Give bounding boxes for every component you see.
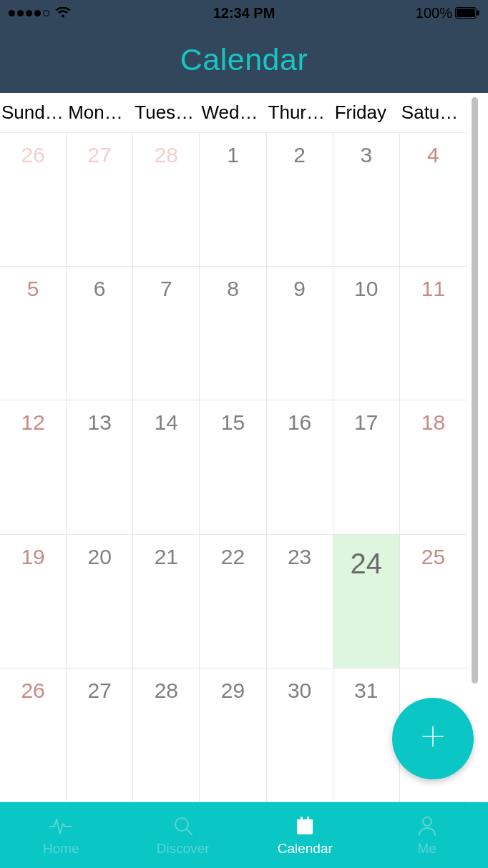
tab-calendar[interactable]: Calendar	[244, 802, 366, 868]
calendar-day[interactable]: 20	[67, 535, 133, 668]
calendar-day[interactable]: 31	[333, 669, 400, 802]
day-headers-row: Sund…Mon…Tues…Wed…Thur…FridaySatu…	[0, 93, 467, 133]
battery-icon	[455, 7, 479, 19]
status-time: 12:34 PM	[213, 5, 275, 21]
svg-rect-7	[307, 817, 309, 822]
svg-rect-5	[297, 819, 313, 824]
calendar-day[interactable]: 26	[0, 133, 67, 266]
tab-bar: HomeDiscoverCalendarMe	[0, 802, 488, 868]
activity-icon	[49, 814, 73, 838]
tab-home[interactable]: Home	[0, 802, 122, 868]
calendar-day[interactable]: 21	[133, 535, 200, 668]
calendar-day[interactable]: 19	[0, 535, 67, 668]
title-bar: Calendar	[0, 26, 488, 93]
calendar-day[interactable]: 26	[0, 669, 67, 802]
search-icon	[172, 814, 194, 838]
calendar-day[interactable]: 23	[267, 535, 333, 668]
calendar-day[interactable]: 4	[400, 133, 467, 266]
calendar-week-row: 567891011	[0, 267, 467, 400]
scrollbar-thumb[interactable]	[472, 97, 478, 684]
scrollbar-track[interactable]	[467, 93, 488, 802]
calendar-day[interactable]: 1	[200, 133, 266, 266]
calendar-day[interactable]: 14	[133, 400, 200, 533]
calendar-day[interactable]: 2	[267, 133, 333, 266]
calendar-day[interactable]: 10	[333, 267, 400, 400]
calendar-day[interactable]: 9	[267, 267, 333, 400]
day-header: Satu…	[400, 102, 467, 124]
day-header: Wed…	[200, 102, 266, 124]
calendar-day[interactable]: 22	[200, 535, 266, 668]
tab-label: Discover	[157, 841, 210, 857]
calendar-day[interactable]: 27	[67, 133, 133, 266]
svg-rect-1	[457, 9, 475, 17]
calendar-day-today[interactable]: 24	[333, 535, 400, 668]
calendar-weeks: 2627281234567891011121314151617181920212…	[0, 133, 467, 802]
calendar-area: Sund…Mon…Tues…Wed…Thur…FridaySatu… 26272…	[0, 93, 488, 802]
calendar-day[interactable]: 5	[0, 267, 67, 400]
calendar-day[interactable]: 12	[0, 400, 67, 533]
calendar-day[interactable]: 25	[400, 535, 467, 668]
status-left	[9, 7, 71, 19]
signal-strength-icon	[9, 10, 49, 16]
battery-percent-label: 100%	[416, 5, 452, 21]
status-bar: 12:34 PM 100%	[0, 0, 488, 26]
calendar-day[interactable]: 16	[267, 400, 333, 533]
calendar-day[interactable]: 29	[200, 669, 266, 802]
day-header: Sund…	[0, 102, 67, 124]
calendar-grid: Sund…Mon…Tues…Wed…Thur…FridaySatu… 26272…	[0, 93, 467, 802]
calendar-day[interactable]: 3	[333, 133, 400, 266]
day-header: Thur…	[267, 102, 333, 124]
day-header: Mon…	[67, 102, 133, 124]
page-title: Calendar	[180, 42, 308, 77]
day-header: Friday	[333, 102, 400, 124]
person-icon	[416, 814, 438, 838]
calendar-day[interactable]: 17	[333, 400, 400, 533]
calendar-day[interactable]: 11	[400, 267, 467, 400]
status-battery: 100%	[416, 5, 479, 21]
tab-label: Calendar	[278, 841, 333, 857]
tab-me[interactable]: Me	[366, 802, 489, 868]
plus-icon	[419, 722, 447, 755]
tab-label: Home	[43, 841, 79, 857]
calendar-week-row: 19202122232425	[0, 535, 467, 669]
calendar-day[interactable]: 13	[67, 400, 133, 533]
tab-label: Me	[418, 841, 436, 857]
calendar-day[interactable]: 18	[400, 400, 467, 533]
add-event-button[interactable]	[392, 698, 474, 779]
calendar-day[interactable]: 15	[200, 400, 266, 533]
calendar-day[interactable]: 27	[67, 669, 133, 802]
calendar-day[interactable]: 6	[67, 267, 133, 400]
calendar-day[interactable]: 7	[133, 267, 200, 400]
calendar-icon	[294, 814, 316, 838]
svg-rect-2	[477, 11, 479, 16]
calendar-day[interactable]: 28	[133, 133, 200, 266]
calendar-day[interactable]: 30	[267, 669, 333, 802]
calendar-day[interactable]: 8	[200, 267, 266, 400]
calendar-week-row: 2627281234	[0, 133, 467, 267]
calendar-day[interactable]: 28	[133, 669, 200, 802]
tab-discover[interactable]: Discover	[122, 802, 245, 868]
svg-point-8	[423, 817, 431, 826]
wifi-icon	[55, 7, 71, 19]
svg-rect-6	[301, 817, 303, 822]
calendar-week-row: 12131415161718	[0, 400, 467, 534]
day-header: Tues…	[133, 102, 200, 124]
